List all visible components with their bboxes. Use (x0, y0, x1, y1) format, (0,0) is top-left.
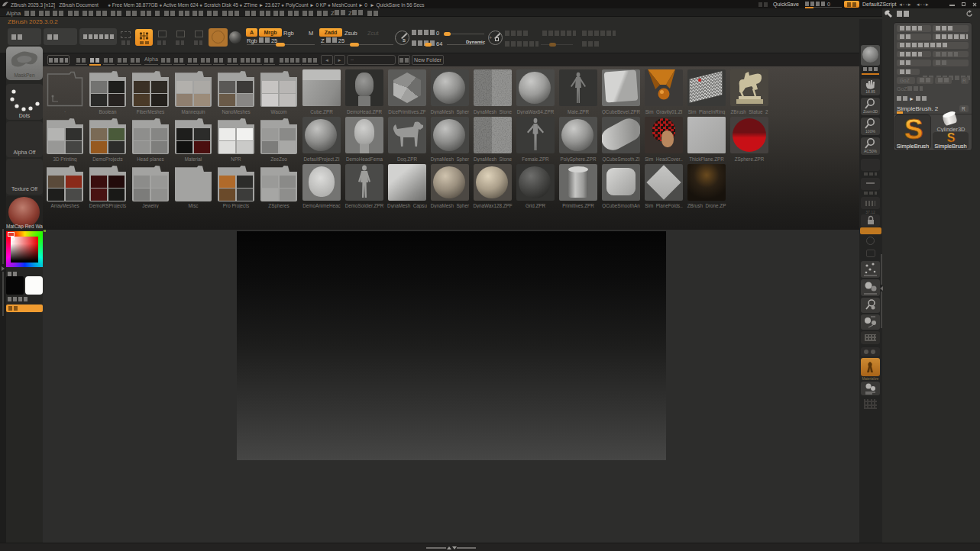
svg-text:S: S (904, 115, 923, 144)
